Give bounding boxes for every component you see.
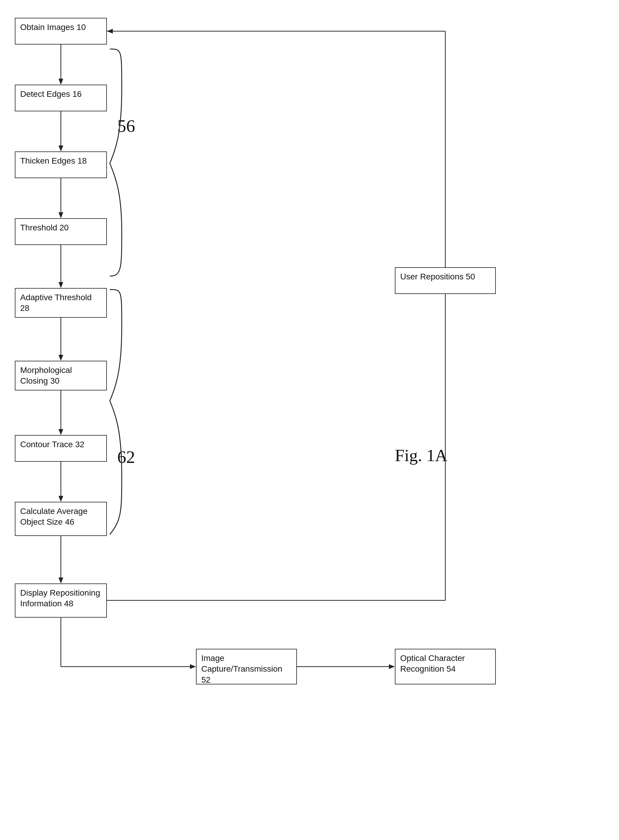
- svg-marker-7: [58, 282, 63, 288]
- svg-marker-1: [58, 79, 63, 85]
- morphological-closing-box: Morphological Closing 30: [15, 361, 107, 390]
- thicken-edges-label: Thicken Edges 18: [20, 156, 87, 165]
- image-capture-box: Image Capture/Transmission 52: [196, 649, 297, 685]
- detect-edges-label: Detect Edges 16: [20, 90, 82, 99]
- display-repositioning-label: Display Repositioning Information 48: [20, 588, 100, 608]
- fig-label: Fig. 1A: [395, 445, 447, 465]
- thicken-edges-box: Thicken Edges 18: [15, 151, 107, 178]
- bracket2-label: 62: [117, 447, 135, 467]
- svg-marker-15: [58, 577, 63, 583]
- threshold-box: Threshold 20: [15, 218, 107, 245]
- ocr-label: Optical Character Recognition 54: [400, 653, 465, 673]
- svg-marker-3: [58, 145, 63, 151]
- obtain-images-label: Obtain Images 10: [20, 22, 86, 32]
- adaptive-threshold-box: Adaptive Threshold 28: [15, 288, 107, 318]
- ocr-box: Optical Character Recognition 54: [395, 649, 496, 685]
- display-repositioning-box: Display Repositioning Information 48: [15, 583, 107, 617]
- contour-trace-box: Contour Trace 32: [15, 435, 107, 462]
- svg-marker-11: [58, 429, 63, 435]
- svg-marker-18: [190, 664, 196, 669]
- user-repositions-label: User Repositions 50: [400, 272, 475, 281]
- threshold-label: Threshold 20: [20, 223, 69, 232]
- svg-marker-9: [58, 355, 63, 361]
- image-capture-label: Image Capture/Transmission 52: [201, 653, 283, 685]
- bracket1-label: 56: [117, 116, 135, 136]
- svg-marker-5: [58, 212, 63, 218]
- calculate-average-label: Calculate Average Object Size 46: [20, 507, 88, 526]
- calculate-average-box: Calculate Average Object Size 46: [15, 502, 107, 536]
- svg-marker-23: [107, 29, 113, 34]
- flow-diagram-svg: [0, 0, 619, 840]
- detect-edges-box: Detect Edges 16: [15, 85, 107, 111]
- user-repositions-box: User Repositions 50: [395, 267, 496, 294]
- adaptive-threshold-label: Adaptive Threshold 28: [20, 293, 92, 313]
- svg-marker-13: [58, 496, 63, 502]
- morphological-closing-label: Morphological Closing 30: [20, 366, 72, 386]
- svg-marker-20: [389, 664, 395, 669]
- contour-trace-label: Contour Trace 32: [20, 440, 84, 449]
- obtain-images-box: Obtain Images 10: [15, 18, 107, 45]
